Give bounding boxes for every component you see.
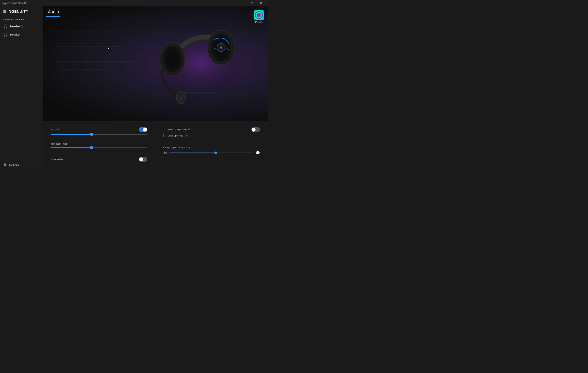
sidebar-header: ☰ NGENUITY bbox=[0, 6, 43, 17]
tab-audio-label: Audio bbox=[48, 10, 59, 14]
presets-button[interactable]: Presets bbox=[254, 10, 264, 23]
presets-label: Presets bbox=[255, 21, 262, 23]
maximize-button[interactable]: □ bbox=[247, 0, 256, 6]
logo: NGENUITY bbox=[9, 10, 28, 14]
auto-optimize-label: auto-optimize bbox=[168, 134, 183, 137]
hero-area: Audio bbox=[43, 6, 268, 121]
microphone-slider[interactable] bbox=[51, 147, 147, 148]
sidetone-control: SIDETONE bbox=[48, 155, 150, 166]
controls-left: VOLUME bbox=[48, 125, 156, 166]
volume-slider-thumb[interactable] bbox=[90, 133, 93, 136]
window-title: HyperX Cloud Alpha S bbox=[2, 2, 26, 4]
game-controller-icon: 🎮 bbox=[163, 151, 168, 155]
microphone-label-text: MICROPHONE bbox=[51, 143, 68, 145]
volume-label: VOLUME bbox=[51, 129, 61, 131]
settings-label: Settings bbox=[9, 163, 19, 166]
volume-control: VOLUME bbox=[48, 125, 150, 137]
controls-section: VOLUME bbox=[43, 121, 268, 170]
minimize-button[interactable]: − bbox=[238, 0, 247, 6]
presets-icon bbox=[254, 10, 264, 20]
headset-svg: H bbox=[140, 12, 261, 115]
volume-slider[interactable] bbox=[51, 134, 147, 135]
title-bar-left: HyperX Cloud Alpha S bbox=[2, 2, 26, 4]
surround-control: 7.1 SURROUND SOUND auto-optimize ? bbox=[160, 125, 263, 139]
sidetone-label-row: SIDETONE bbox=[51, 157, 147, 162]
game-chat-balance-label-text: GAME-CHAT BALANCE bbox=[163, 146, 191, 149]
volume-toggle[interactable] bbox=[139, 127, 147, 132]
glitch-line bbox=[54, 61, 133, 62]
controls-right: 7.1 SURROUND SOUND auto-optimize ? bbox=[156, 125, 263, 166]
microphone-slider-thumb[interactable] bbox=[90, 146, 93, 149]
sidetone-toggle-thumb bbox=[139, 157, 143, 161]
sidebar-bottom: ⚙ Settings bbox=[0, 159, 43, 170]
main-layout: ☰ NGENUITY Connected Products 🎧 Headset … bbox=[0, 6, 268, 170]
headset2-icon: 🎧 bbox=[3, 24, 8, 29]
balance-slider-track[interactable] bbox=[169, 152, 254, 153]
microphone-control: MICROPHONE bbox=[48, 141, 150, 151]
svg-text:H: H bbox=[220, 46, 222, 49]
help-icon[interactable]: ? bbox=[185, 134, 188, 137]
glitch-line bbox=[54, 52, 104, 52]
surround-toggle-thumb bbox=[252, 128, 256, 131]
surround-toggle-track bbox=[251, 127, 260, 132]
glitch-line bbox=[54, 31, 117, 32]
surround-label-row: 7.1 SURROUND SOUND bbox=[163, 127, 260, 132]
sidebar-item-headset2-label: Headset 2 bbox=[10, 25, 23, 28]
balance-fill bbox=[169, 152, 216, 153]
surround-label: 7.1 SURROUND SOUND bbox=[163, 129, 191, 131]
balance-slider-wrap: 🎮 💬 bbox=[163, 151, 260, 155]
close-button[interactable]: ✕ bbox=[256, 0, 265, 6]
settings-icon: ⚙ bbox=[3, 162, 6, 167]
content-area: Audio bbox=[43, 6, 268, 170]
volume-slider-track bbox=[51, 134, 147, 135]
headset-image: H bbox=[133, 6, 268, 121]
svg-point-9 bbox=[176, 91, 185, 104]
tab-audio[interactable]: Audio bbox=[46, 6, 60, 17]
volume-toggle-thumb bbox=[143, 128, 147, 131]
game-chat-balance-label: GAME-CHAT BALANCE bbox=[163, 146, 260, 149]
glitch-line bbox=[54, 81, 81, 81]
sidetone-toggle-track bbox=[139, 157, 147, 162]
sidebar: ☰ NGENUITY Connected Products 🎧 Headset … bbox=[0, 6, 43, 170]
sidebar-item-headset[interactable]: 🎧 Headset bbox=[0, 30, 43, 39]
glitch-line bbox=[54, 46, 122, 47]
surround-toggle[interactable] bbox=[251, 127, 260, 132]
title-bar: HyperX Cloud Alpha S − □ ✕ bbox=[0, 0, 268, 6]
microphone-slider-track bbox=[51, 147, 147, 148]
chat-icon: 💬 bbox=[256, 151, 260, 155]
auto-optimize-checkbox[interactable] bbox=[163, 134, 166, 137]
volume-label-row: VOLUME bbox=[51, 127, 147, 132]
sidebar-item-headset-label: Headset bbox=[10, 33, 20, 36]
title-bar-controls: − □ ✕ bbox=[238, 0, 265, 6]
hamburger-menu-icon[interactable]: ☰ bbox=[3, 10, 6, 14]
connected-products-label: Connected Products bbox=[0, 17, 43, 22]
settings-item[interactable]: ⚙ Settings bbox=[3, 162, 40, 167]
volume-toggle-track bbox=[139, 127, 147, 132]
auto-optimize-row: auto-optimize ? bbox=[163, 134, 260, 137]
balance-slider-thumb[interactable] bbox=[214, 151, 217, 154]
game-chat-balance-control: GAME-CHAT BALANCE 🎮 💬 bbox=[160, 144, 263, 157]
glitch-line bbox=[54, 27, 133, 27]
headset-icon: 🎧 bbox=[3, 32, 8, 37]
tab-bar: Audio bbox=[43, 6, 63, 17]
microphone-label: MICROPHONE bbox=[51, 143, 147, 145]
volume-slider-fill bbox=[51, 134, 92, 135]
svg-point-3 bbox=[165, 49, 179, 69]
sidetone-toggle[interactable] bbox=[139, 157, 147, 162]
microphone-slider-fill bbox=[51, 147, 92, 148]
glitch-line bbox=[61, 69, 106, 70]
svg-point-15 bbox=[257, 13, 261, 17]
sidebar-item-headset2[interactable]: 🎧 Headset 2 bbox=[0, 22, 43, 30]
sidetone-label: SIDETONE bbox=[51, 158, 63, 161]
